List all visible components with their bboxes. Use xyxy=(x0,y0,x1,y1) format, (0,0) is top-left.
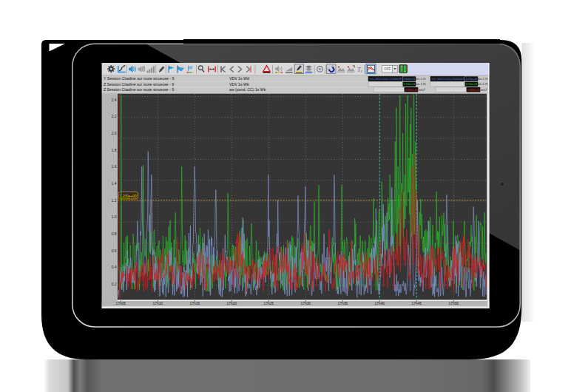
svg-text:0.6: 0.6 xyxy=(112,249,117,253)
svg-text:Z Session Citadine sur route s: Z Session Citadine sur route sinueuse - … xyxy=(104,82,174,87)
svg-text:17h45: 17h45 xyxy=(411,302,422,305)
svg-text:aw (pond. CC) 1s Wk: aw (pond. CC) 1s Wk xyxy=(229,87,266,92)
svg-text:s: s xyxy=(361,69,362,73)
svg-text:m/s²: m/s² xyxy=(419,88,425,92)
svg-text:17h30: 17h30 xyxy=(300,302,311,305)
svg-text:1.8: 1.8 xyxy=(112,149,117,152)
svg-text:2.4: 2.4 xyxy=(112,98,117,102)
svg-text:ven. 08/07/2005 17h39m48: ven. 08/07/2005 17h39m48 xyxy=(370,77,402,81)
svg-text:m/s 1.75: m/s 1.75 xyxy=(478,82,488,86)
svg-text:1.0: 1.0 xyxy=(112,215,117,219)
svg-text:m/s 1.75: m/s 1.75 xyxy=(416,77,426,81)
svg-text:2.900e-01: 2.900e-01 xyxy=(467,88,480,92)
svg-text:17h35: 17h35 xyxy=(337,302,348,305)
svg-text:17h15: 17h15 xyxy=(189,302,200,305)
svg-text:0.8: 0.8 xyxy=(112,232,117,236)
svg-text:1.6: 1.6 xyxy=(112,165,117,169)
svg-text:2.2: 2.2 xyxy=(112,115,117,118)
svg-text:0.2: 0.2 xyxy=(112,283,117,286)
svg-text:1.2: 1.2 xyxy=(112,199,117,203)
svg-text:17h10: 17h10 xyxy=(152,302,163,305)
svg-text:3.500e-01: 3.500e-01 xyxy=(403,77,415,81)
svg-text:2.600e-01: 2.600e-01 xyxy=(405,88,418,92)
svg-text:17h25: 17h25 xyxy=(263,302,274,305)
svg-text:17h40: 17h40 xyxy=(374,302,385,305)
svg-text:m/s 1.75: m/s 1.75 xyxy=(416,82,426,86)
svg-text:17h20: 17h20 xyxy=(226,302,237,305)
svg-text:1.4: 1.4 xyxy=(112,182,117,186)
svg-text:3.700e-01: 3.700e-01 xyxy=(403,82,415,86)
svg-text:1.070e+00: 1.070e+00 xyxy=(465,77,477,81)
svg-text:OFF: OFF xyxy=(384,67,391,71)
svg-text:ven. 08/07/2005 17h45m08: ven. 08/07/2005 17h45m08 xyxy=(432,77,464,81)
svg-text:m/s 1.75: m/s 1.75 xyxy=(478,77,488,81)
svg-text:17h05: 17h05 xyxy=(115,302,126,305)
svg-text:m/s²: m/s² xyxy=(481,88,487,92)
svg-text:VDV 1s Wk: VDV 1s Wk xyxy=(229,82,249,87)
svg-text:2.0: 2.0 xyxy=(112,132,117,135)
svg-text:VDV 1s Wd: VDV 1s Wd xyxy=(229,76,249,81)
svg-text:1.200e+00: 1.200e+00 xyxy=(120,195,137,198)
svg-text:4.700e-01: 4.700e-01 xyxy=(465,82,477,86)
svg-text:17h50: 17h50 xyxy=(448,302,459,305)
svg-text:0.4: 0.4 xyxy=(112,266,117,269)
svg-text:Z Session Citadine sur route s: Z Session Citadine sur route sinueuse - … xyxy=(104,87,174,92)
svg-text:Y Session Citadine sur route s: Y Session Citadine sur route sinueuse - … xyxy=(104,76,174,81)
